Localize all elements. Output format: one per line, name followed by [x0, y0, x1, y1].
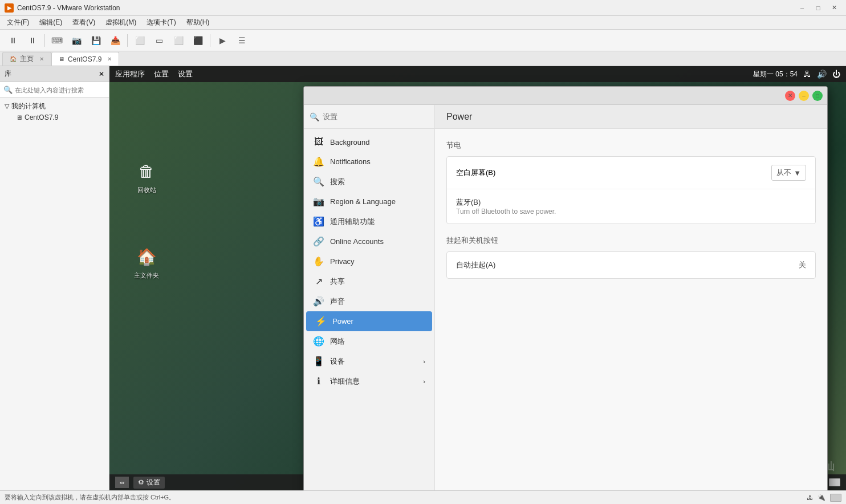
centos-tab-close[interactable]: ✕	[107, 56, 112, 62]
settings-content-inner: 节电 空白屏幕(B) 从不 ▼	[435, 129, 827, 302]
home-tab-label: 主页	[20, 54, 34, 64]
menu-tab[interactable]: 选项卡(T)	[142, 17, 180, 29]
settings-close-button[interactable]: ✕	[785, 91, 795, 101]
nav-online-accounts[interactable]: 🔗 Online Accounts	[304, 231, 434, 251]
desktop-icon-trash[interactable]: 🗑 回收站	[127, 157, 166, 194]
bluetooth-sub: Turn off Bluetooth to save power.	[456, 208, 556, 216]
nav-network[interactable]: 🌐 网络	[304, 331, 434, 351]
settings-content-title: Power	[446, 112, 472, 122]
power-saving-section: 节电 空白屏幕(B) 从不 ▼	[435, 129, 827, 302]
toolbar-send-ctrlaltdel[interactable]: ⌨	[48, 32, 66, 48]
toolbar-snapshot3[interactable]: 📥	[107, 32, 124, 48]
library-vm-item[interactable]: 🖥 CentOS7.9	[2, 112, 107, 123]
menu-file[interactable]: 文件(F)	[2, 17, 34, 29]
minimize-button[interactable]: –	[795, 3, 810, 13]
menu-vm[interactable]: 虚拟机(M)	[101, 17, 141, 29]
bluetooth-label: 蓝牙(B)	[456, 197, 556, 208]
toolbar-pause2[interactable]: ⏸	[24, 32, 41, 48]
library-search-input[interactable]	[15, 87, 89, 94]
gnome-power-icon[interactable]: ⏻	[832, 70, 840, 79]
tab-centos[interactable]: 🖥 CentOS7.9 ✕	[51, 52, 119, 66]
nav-online-accounts-label: Online Accounts	[330, 237, 384, 246]
settings-minimize-button[interactable]: –	[799, 91, 809, 101]
nav-details-label: 详细信息	[330, 376, 360, 387]
toolbar-split[interactable]: ⬜	[170, 32, 187, 48]
nav-accessibility[interactable]: ♿ 通用辅助功能	[304, 212, 434, 231]
gnome-network-icon[interactable]: 🖧	[803, 70, 811, 79]
statusbar-right: 🖧 🔌	[807, 494, 841, 502]
vmware-toolbar: ⏸ ⏸ ⌨ 📷 💾 📥 ⬜ ▭ ⬜ ⬛ ▶ ☰	[0, 30, 846, 51]
nav-background[interactable]: 🖼 Background	[304, 132, 434, 152]
home-folder-icon: 🏠	[133, 243, 160, 270]
home-tab-close[interactable]: ✕	[39, 56, 44, 62]
online-accounts-icon: 🔗	[313, 236, 324, 247]
menu-edit[interactable]: 编辑(E)	[35, 17, 67, 29]
gnome-places-menu[interactable]: 位置	[154, 69, 169, 79]
statusbar-hint: 要将输入定向到该虚拟机，请在虚拟机内部单击或按 Ctrl+G。	[5, 493, 175, 502]
nav-notifications[interactable]: 🔔 Notifications	[304, 152, 434, 172]
blank-screen-value[interactable]: 从不 ▼	[771, 165, 806, 181]
library-search-icon: 🔍	[3, 86, 13, 94]
switch-vm-button[interactable]: ⇔	[115, 477, 129, 488]
power-icon: ⚡	[315, 316, 327, 327]
settings-maximize-button[interactable]: □	[812, 91, 823, 101]
nav-region-language[interactable]: 📷 Region & Language	[304, 192, 434, 212]
region-icon: 📷	[313, 196, 324, 207]
settings-body: 🔍 🖼 Background 🔔 Notifications	[304, 105, 827, 490]
blank-screen-text: 空白屏幕(B)	[456, 168, 495, 178]
gnome-topbar-right: 星期一 05：54 🖧 🔊 ⏻	[753, 70, 840, 79]
bottombar-left: ⇔ ⚙ 设置	[115, 477, 165, 489]
toolbar-terminal[interactable]: ▶	[214, 32, 231, 48]
toolbar-snapshot[interactable]: 📷	[68, 32, 85, 48]
home-tab-icon: 🏠	[10, 56, 17, 62]
blank-screen-row: 空白屏幕(B) 从不 ▼	[447, 157, 815, 189]
nav-network-label: 网络	[330, 336, 345, 347]
vmware-statusbar: 要将输入定向到该虚拟机，请在虚拟机内部单击或按 Ctrl+G。 🖧 🔌	[0, 490, 846, 504]
maximize-button[interactable]: □	[811, 3, 825, 13]
library-my-computer[interactable]: ▽ 我的计算机	[2, 100, 107, 112]
settings-search-bar: 🔍	[304, 105, 434, 129]
settings-taskbar-item[interactable]: ⚙ 设置	[133, 477, 165, 489]
gnome-settings-menu[interactable]: 设置	[178, 69, 193, 79]
settings-titlebar: ✕ – □	[304, 87, 827, 105]
library-header: 库 ✕	[0, 66, 109, 82]
nav-privacy[interactable]: ✋ Privacy	[304, 251, 434, 271]
network-icon: 🌐	[313, 336, 324, 347]
toolbar-split2[interactable]: ⬛	[189, 32, 206, 48]
vm-item-icon: 🖥	[16, 114, 22, 121]
nav-sharing[interactable]: ↗ 共享	[304, 271, 434, 291]
bluetooth-label-container: 蓝牙(B) Turn off Bluetooth to save power.	[456, 197, 556, 216]
nav-power-label: Power	[332, 317, 353, 326]
nav-power[interactable]: ⚡ Power	[306, 311, 432, 331]
power-saving-title: 节电	[446, 140, 816, 151]
desktop-area[interactable]: 应用程序 位置 设置 星期一 05：54 🖧 🔊 ⏻ 🗑 回收站 🏠 主文件夹	[109, 66, 846, 490]
nav-search[interactable]: 🔍 搜索	[304, 172, 434, 192]
vmtools-status	[829, 478, 840, 486]
close-button[interactable]: ✕	[827, 3, 841, 13]
settings-content-header: Power	[435, 105, 827, 129]
main-content: 库 ✕ 🔍 ▽ 我的计算机 🖥 CentOS7.9 应用程序 位置 设置	[0, 66, 846, 490]
nav-sound[interactable]: 🔊 声音	[304, 291, 434, 311]
accessibility-icon: ♿	[313, 216, 324, 227]
nav-details[interactable]: ℹ 详细信息 ›	[304, 371, 434, 391]
nav-devices[interactable]: 📱 设备 ›	[304, 351, 434, 371]
settings-search-input[interactable]	[323, 112, 414, 121]
toolbar-snapshot2[interactable]: 💾	[87, 32, 104, 48]
nav-sound-label: 声音	[330, 296, 345, 307]
details-icon: ℹ	[313, 376, 324, 387]
nav-search-label: 搜索	[330, 177, 345, 187]
library-close[interactable]: ✕	[99, 70, 104, 78]
toolbar-unity[interactable]: ▭	[151, 32, 168, 48]
background-icon: 🖼	[313, 137, 324, 147]
gnome-apps-menu[interactable]: 应用程序	[115, 69, 145, 79]
toolbar-fullscreen[interactable]: ⬜	[131, 32, 148, 48]
menu-help[interactable]: 帮助(H)	[182, 17, 214, 29]
toolbar-prefs[interactable]: ☰	[233, 32, 250, 48]
tab-home[interactable]: 🏠 主页 ✕	[2, 52, 51, 66]
trash-label: 回收站	[137, 186, 156, 194]
menu-view[interactable]: 查看(V)	[68, 17, 100, 29]
toolbar-pause[interactable]: ⏸	[5, 32, 22, 48]
gnome-sound-icon[interactable]: 🔊	[817, 70, 827, 79]
desktop-icon-home[interactable]: 🏠 主文件夹	[127, 243, 166, 280]
nav-notifications-label: Notifications	[330, 157, 371, 166]
